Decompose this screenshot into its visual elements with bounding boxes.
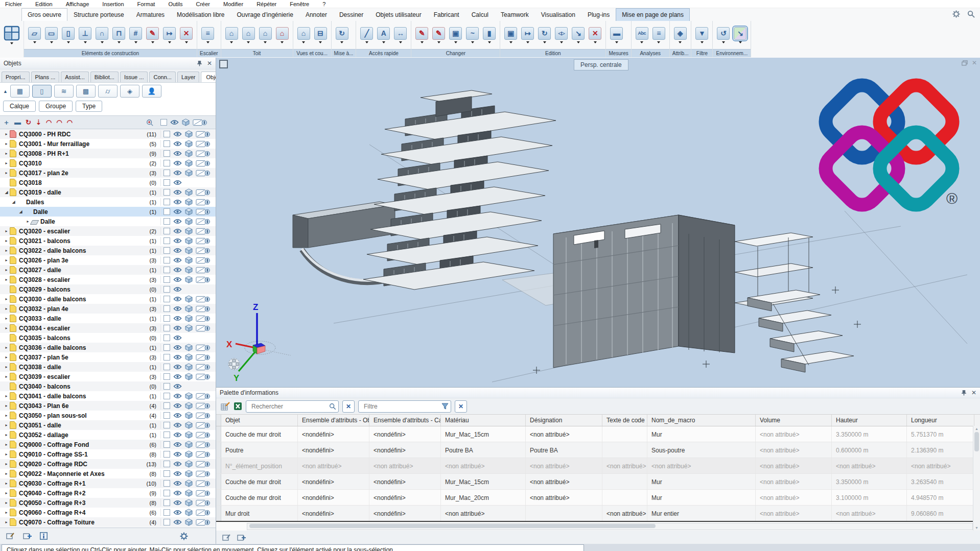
dropdown-caret[interactable] [84, 41, 87, 43]
section-format-icon[interactable] [196, 364, 210, 371]
section-format-icon[interactable] [196, 354, 210, 361]
select-checkbox[interactable] [164, 140, 170, 147]
select-checkbox[interactable] [164, 286, 170, 293]
table-edit-icon[interactable] [221, 402, 230, 411]
3d-cube-icon[interactable] [185, 305, 193, 313]
3d-cube-icon[interactable] [185, 140, 193, 148]
select-checkbox[interactable] [164, 325, 170, 331]
refresh-icon[interactable]: ↻ [26, 119, 31, 126]
visibility-eye-icon[interactable] [173, 180, 182, 185]
expand-arrow[interactable]: ▸ [3, 452, 10, 457]
visibility-eye-icon[interactable] [173, 316, 182, 321]
select-checkbox[interactable] [164, 373, 170, 380]
select-checkbox[interactable] [164, 480, 170, 487]
visibility-eye-icon[interactable] [173, 248, 182, 253]
arc-tool-1-icon[interactable]: ◠ [46, 119, 52, 126]
expand-arrow[interactable]: ▸ [3, 433, 10, 437]
3d-cube-icon[interactable] [185, 412, 193, 419]
expand-arrow[interactable]: ▸ [3, 394, 10, 398]
dropdown-caret[interactable] [399, 41, 402, 43]
visibility-eye-icon[interactable] [173, 286, 182, 292]
section-format-icon[interactable] [196, 170, 210, 177]
roof-glass-tool[interactable]: ⌂ [259, 27, 272, 43]
select-checkbox[interactable] [164, 131, 170, 137]
3d-cube-icon[interactable] [185, 218, 193, 225]
tree-item-cq9050-coffrage-r-3[interactable]: ▸ CQ9050 - Coffrage R+3 (8) [0, 498, 216, 508]
visibility-eye-icon[interactable] [173, 238, 182, 244]
select-checkbox[interactable] [164, 402, 170, 409]
3d-cube-icon[interactable] [185, 227, 193, 235]
dropdown-caret[interactable] [319, 41, 322, 43]
tree-item-cq3040-balcons[interactable]: CQ3040 - balcons (0) [0, 381, 216, 391]
section-format-icon[interactable] [196, 218, 210, 225]
visibility-eye-icon[interactable] [173, 442, 182, 447]
dropdown-caret[interactable] [471, 41, 474, 43]
visibility-eye-icon[interactable] [173, 451, 182, 457]
menu-creer[interactable]: Créer [196, 1, 211, 7]
menu-modifier[interactable]: Modifier [223, 1, 243, 7]
text-tool[interactable]: A [377, 27, 390, 43]
scroll-down-arrow[interactable]: ▼ [975, 526, 978, 530]
sort-button-type[interactable]: Type [76, 101, 102, 112]
dropdown-caret[interactable] [33, 41, 36, 43]
3d-cube-icon[interactable] [185, 509, 193, 516]
section-cut-tool[interactable]: ⊟ [314, 27, 328, 43]
tree-item-cq9000-coffrage-fond[interactable]: ▸ CQ9000 - Coffrage Fond (6) [0, 440, 216, 449]
select-checkbox[interactable] [164, 228, 170, 234]
tree-item-cq9060-coffrage-r-4[interactable]: ▸ CQ9060 - Coffrage R+4 (6) [0, 508, 216, 517]
tree-item-cq9040-coffrage-r-2[interactable]: ▸ CQ9040 - Coffrage R+2 (9) [0, 488, 216, 498]
pin-icon[interactable] [961, 390, 967, 396]
dropdown-caret[interactable] [437, 41, 440, 43]
visibility-eye-icon[interactable] [173, 199, 182, 205]
column-header-ensemble-d-attributs-cat[interactable]: Ensemble d'attributs - Cat [369, 415, 441, 426]
visibility-eye-icon[interactable] [173, 519, 182, 525]
tree-item-cq3032-plan-4e[interactable]: ▸ CQ3032 - plan 4e (3) [0, 304, 216, 314]
visibility-eye-icon[interactable] [170, 119, 179, 125]
select-checkbox[interactable] [164, 237, 170, 244]
tree-item-cq3017-plan-2e[interactable]: ▸ CQ3017 - plan 2e (3) [0, 168, 216, 178]
sort-by-attribute-button[interactable]: ◈ [120, 85, 139, 98]
visibility-eye-icon[interactable] [173, 384, 182, 389]
table-row[interactable]: Mur droit<nondéfini><nondéfini><non attr… [216, 506, 980, 522]
menu-format[interactable]: Format [137, 1, 155, 7]
3d-cube-icon[interactable] [185, 150, 193, 157]
3d-cube-icon[interactable] [185, 188, 193, 196]
3d-cube-icon[interactable] [185, 130, 193, 138]
report-tool[interactable]: ≡ [652, 27, 666, 43]
menu-insertion[interactable]: Insertion [102, 1, 124, 7]
expand-arrow[interactable]: ▸ [3, 481, 10, 486]
section-format-icon[interactable] [196, 150, 210, 157]
3d-cube-icon[interactable] [185, 431, 193, 439]
compass-navigation-icon[interactable] [227, 357, 241, 371]
3d-cube-icon[interactable] [185, 159, 193, 167]
tree-item-cq3035-balcons[interactable]: CQ3035 - balcons (0) [0, 333, 216, 343]
section-format-icon[interactable] [196, 160, 210, 167]
gear-icon[interactable] [952, 10, 960, 18]
expand-arrow[interactable]: ▸ [3, 413, 10, 418]
3d-cube-icon[interactable] [182, 118, 190, 126]
3d-cube-icon[interactable] [185, 237, 193, 245]
menu-item[interactable]: ? [322, 1, 325, 7]
section-format-icon[interactable] [196, 422, 210, 429]
mirror-tool[interactable]: ◁▷ [554, 27, 568, 43]
ribbon-tab-visualisation[interactable]: Visualisation [535, 8, 581, 21]
dropdown-caret[interactable] [118, 41, 121, 43]
expand-arrow[interactable]: ▸ [3, 326, 10, 330]
remove-icon[interactable]: ▬ [14, 119, 21, 126]
filter-box[interactable] [358, 400, 451, 413]
tree-item-cq3028-escalier[interactable]: ▸ CQ3028 - escalier (3) [0, 275, 216, 284]
expand-arrow[interactable]: ▸ [3, 374, 10, 379]
ribbon-tab-dessiner[interactable]: Dessiner [333, 8, 369, 21]
3d-cube-icon[interactable] [185, 402, 193, 410]
dropdown-caret[interactable] [640, 41, 643, 43]
table-row[interactable]: Couche de mur droit<nondéfini><nondéfini… [216, 474, 980, 490]
dropdown-caret[interactable] [50, 41, 53, 43]
filter-tool[interactable]: ▼ [695, 27, 709, 43]
modify-spline-tool[interactable]: ~ [465, 27, 479, 43]
update-3d-tool[interactable]: ↻ [335, 27, 349, 43]
3d-cube-icon[interactable] [185, 324, 193, 332]
line-tool[interactable]: ╱ [360, 27, 374, 43]
slab-tool[interactable]: ▭ [44, 27, 58, 43]
visibility-eye-icon[interactable] [173, 170, 182, 176]
select-checkbox[interactable] [164, 412, 170, 419]
